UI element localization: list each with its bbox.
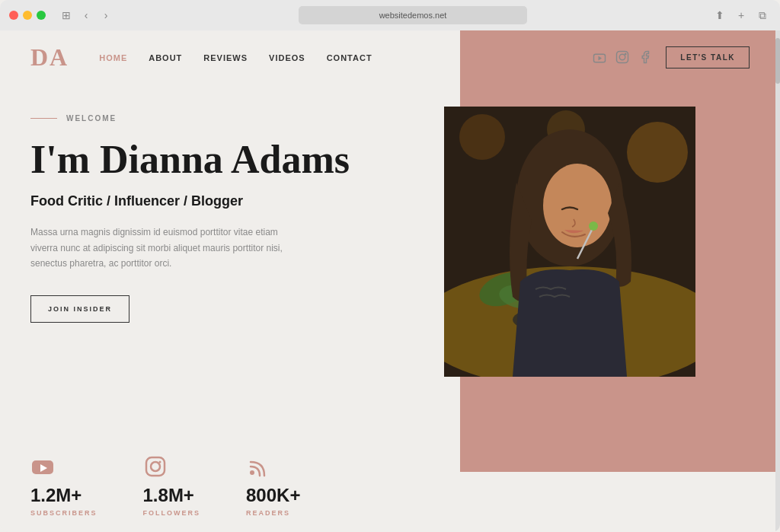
welcome-rule <box>30 118 57 119</box>
address-bar[interactable]: websitedemos.net <box>299 6 527 24</box>
youtube-stat-label: SUBSCRIBERS <box>30 509 98 517</box>
browser-chrome: ⊞ ‹ › websitedemos.net ⬆ + ⧉ <box>0 0 780 30</box>
hero-photo-svg <box>444 107 695 377</box>
join-insider-button[interactable]: JOIN INSIDER <box>30 295 129 323</box>
nav-links: HOME ABOUT REVIEWS VIDEOS CONTACT <box>99 50 372 64</box>
nav-link-reviews[interactable]: REVIEWS <box>203 53 248 62</box>
instagram-stat-icon <box>143 454 168 479</box>
youtube-nav-icon[interactable] <box>593 50 606 64</box>
browser-actions: ⬆ + ⧉ <box>711 7 771 24</box>
nav-link-contact[interactable]: CONTACT <box>327 53 372 62</box>
tabs-button[interactable]: ⧉ <box>754 7 771 24</box>
svg-rect-24 <box>146 457 165 476</box>
hero-image-container <box>444 107 695 377</box>
instagram-nav-icon[interactable] <box>615 50 629 64</box>
svg-marker-1 <box>599 56 603 61</box>
nav-item-contact[interactable]: CONTACT <box>327 50 372 64</box>
stat-rss: 800K+ READERS <box>246 454 300 517</box>
url-text: websitedemos.net <box>379 11 447 20</box>
browser-controls: ⊞ ‹ › <box>58 7 114 24</box>
svg-point-7 <box>459 114 505 160</box>
stats-bar: 1.2M+ SUBSCRIBERS 1.8M+ FOLLOWERS 800K+ … <box>0 439 780 532</box>
svg-point-19 <box>543 164 612 247</box>
lets-talk-button[interactable]: LET'S TALK <box>666 46 750 68</box>
welcome-line: WELCOME <box>30 114 375 123</box>
logo[interactable]: DA <box>30 43 69 72</box>
hero-title: I'm Dianna Adams <box>30 138 375 181</box>
navbar: DA HOME ABOUT REVIEWS VIDEOS CONTACT <box>0 30 780 84</box>
sidebar-toggle-button[interactable]: ⊞ <box>58 7 75 24</box>
nav-link-about[interactable]: ABOUT <box>149 53 182 62</box>
nav-right: LET'S TALK <box>593 46 750 68</box>
social-icons <box>593 50 652 64</box>
rss-stat-label: READERS <box>246 509 300 517</box>
rss-stat-number: 800K+ <box>246 485 300 506</box>
traffic-lights <box>9 11 46 20</box>
svg-point-4 <box>625 53 627 55</box>
welcome-tag: WELCOME <box>66 114 117 123</box>
hero-description: Massa urna magnis dignissim id euismod p… <box>30 225 289 271</box>
facebook-nav-icon[interactable] <box>638 50 652 64</box>
svg-point-27 <box>250 470 254 475</box>
maximize-dot[interactable] <box>37 11 46 20</box>
svg-point-6 <box>627 122 688 183</box>
nav-link-home[interactable]: HOME <box>99 53 127 62</box>
instagram-stat-number: 1.8M+ <box>143 485 201 506</box>
svg-rect-2 <box>617 52 628 63</box>
close-dot[interactable] <box>9 11 18 20</box>
hero-subtitle: Food Critic / Influencer / Blogger <box>30 193 375 209</box>
minimize-dot[interactable] <box>23 11 32 20</box>
nav-item-reviews[interactable]: REVIEWS <box>203 50 248 64</box>
share-button[interactable]: ⬆ <box>711 7 728 24</box>
forward-button[interactable]: › <box>98 7 114 24</box>
youtube-stat-number: 1.2M+ <box>30 485 98 506</box>
website: DA HOME ABOUT REVIEWS VIDEOS CONTACT <box>0 30 780 532</box>
nav-item-about[interactable]: ABOUT <box>149 50 182 64</box>
nav-item-videos[interactable]: VIDEOS <box>269 50 305 64</box>
stat-youtube: 1.2M+ SUBSCRIBERS <box>30 454 98 517</box>
svg-point-21 <box>589 221 598 231</box>
nav-link-videos[interactable]: VIDEOS <box>269 53 305 62</box>
svg-point-26 <box>158 461 161 464</box>
new-tab-button[interactable]: + <box>733 7 750 24</box>
back-button[interactable]: ‹ <box>78 7 94 24</box>
hero-image <box>444 107 695 377</box>
rss-stat-icon <box>246 454 270 479</box>
svg-point-25 <box>151 462 160 471</box>
youtube-stat-icon <box>30 454 55 479</box>
svg-point-3 <box>620 54 626 60</box>
stat-instagram: 1.8M+ FOLLOWERS <box>143 454 201 517</box>
instagram-stat-label: FOLLOWERS <box>143 509 201 517</box>
nav-item-home[interactable]: HOME <box>99 50 127 64</box>
